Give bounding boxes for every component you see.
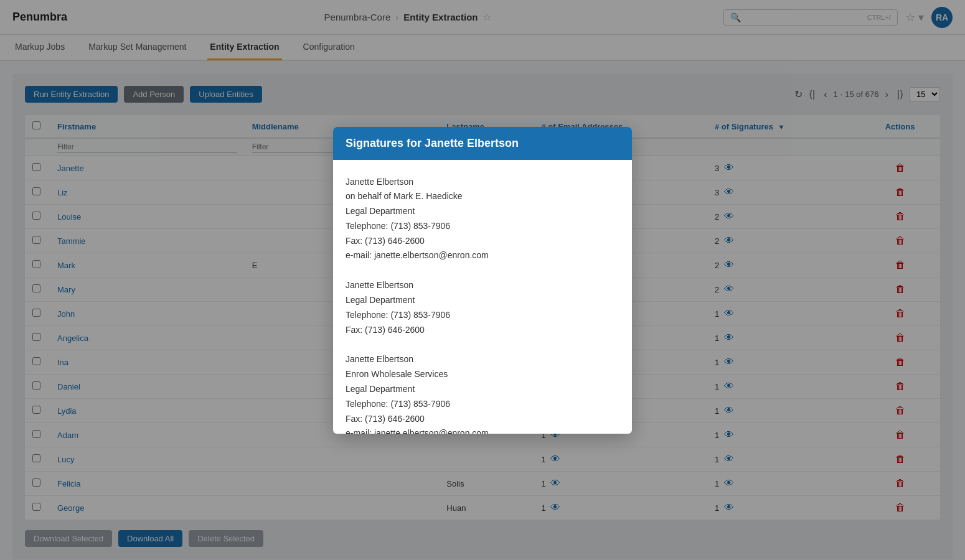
signature-block: Janette ElbertsonEnron Wholesale Service… (346, 352, 619, 433)
signature-line: Telephone: (713) 853-7906 (346, 310, 450, 320)
signature-line: Legal Department (346, 384, 415, 394)
signature-block: Janette Elbertsonon behalf of Mark E. Ha… (346, 175, 619, 264)
signature-line: Janette Elbertson (346, 177, 413, 187)
signature-line: Legal Department (346, 295, 415, 305)
signature-line: Legal Department (346, 206, 415, 216)
signature-line: Janette Elbertson (346, 354, 413, 364)
modal-body: Janette Elbertsonon behalf of Mark E. Ha… (333, 160, 632, 434)
signature-block: Janette ElbertsonLegal DepartmentTelepho… (346, 278, 619, 337)
signature-line: Telephone: (713) 853-7906 (346, 221, 450, 231)
signatures-modal: Signatures for Janette Elbertson Janette… (333, 127, 632, 434)
modal-overlay[interactable]: Signatures for Janette Elbertson Janette… (0, 0, 965, 560)
modal-title: Signatures for Janette Elbertson (333, 127, 632, 160)
signature-line: e-mail: janette.elbertson@enron.com (346, 428, 489, 433)
signature-line: Fax: (713) 646-2600 (346, 236, 425, 246)
signature-line: Fax: (713) 646-2600 (346, 414, 425, 424)
signature-line: Enron Wholesale Services (346, 369, 448, 379)
signature-line: Fax: (713) 646-2600 (346, 325, 425, 335)
signature-line: e-mail: janette.elbertson@enron.com (346, 250, 489, 260)
signature-line: Janette Elbertson (346, 280, 413, 290)
signature-line: on behalf of Mark E. Haedicke (346, 191, 463, 201)
signature-line: Telephone: (713) 853-7906 (346, 399, 450, 409)
